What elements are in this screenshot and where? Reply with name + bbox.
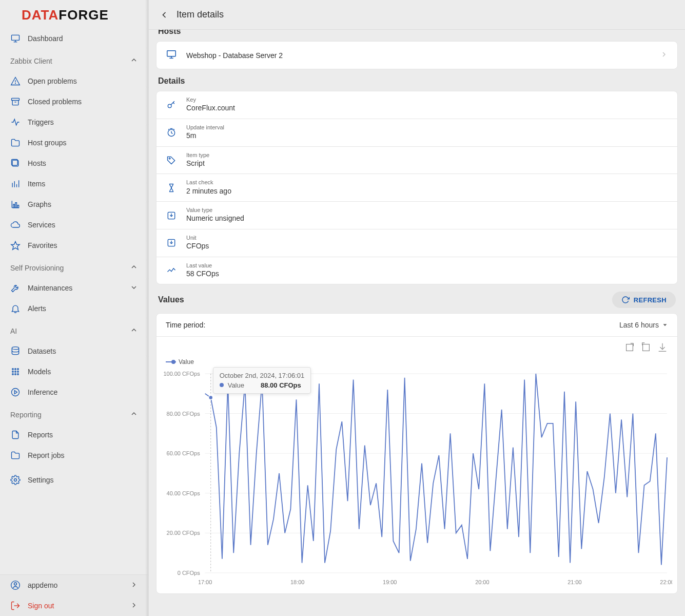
boxdown-icon [166,210,177,221]
sparkline-icon [166,265,177,276]
svg-rect-15 [13,204,14,208]
chart-toolbar [162,340,672,355]
bell-icon [10,303,21,314]
detail-label: Update interval [186,124,224,131]
detail-row-last-check: Last check2 minutes ago [156,174,677,202]
detail-value: CoreFlux.count [186,103,235,113]
detail-row-value-type: Value typeNumeric unsigned [156,202,677,229]
svg-text:60.00 CFOps: 60.00 CFOps [167,451,201,457]
sidebar-item-report-jobs[interactable]: Report jobs [0,445,148,466]
play-icon [10,387,21,397]
content[interactable]: Hosts Webshop - Database Server 2 Detail… [149,30,685,616]
sidebar-item-closed-problems[interactable]: Closed problems [0,91,148,112]
download-icon[interactable] [657,342,668,353]
sidebar-item-label: Favorites [28,241,57,249]
detail-label: Item type [186,152,209,159]
svg-text:21:00: 21:00 [567,579,581,585]
chart-area: Value 0 CFOps20.00 CFOps40.00 CFOps60.00… [156,337,677,593]
chevron-right-icon [130,581,138,590]
svg-point-21 [15,369,16,370]
svg-text:0 CFOps: 0 CFOps [178,570,200,576]
sidebar-item-settings[interactable]: Settings [0,470,148,490]
sidebar-item-label: Reports [28,431,53,439]
sidebar-item-datasets[interactable]: Datasets [0,341,148,361]
sidebar-item-hosts[interactable]: Hosts [0,153,148,174]
sidebar-item-label: Report jobs [28,451,65,459]
bars-icon [10,179,21,189]
chevron-up-icon [130,410,138,419]
refresh-label: REFRESH [634,296,667,304]
alert-icon [10,76,21,86]
svg-text:80.00 CFOps: 80.00 CFOps [167,411,201,417]
svg-rect-16 [15,203,17,208]
sidebar-group-label: Self Provisioning [10,264,64,272]
svg-text:100.00 CFOps: 100.00 CFOps [163,371,200,377]
svg-text:22:00: 22:00 [660,579,672,585]
app-logo: DATAFORGE [0,0,148,28]
detail-label: Last value [186,262,219,269]
sidebar-item-open-problems[interactable]: Open problems [0,71,148,91]
clock-icon [166,127,177,138]
svg-point-22 [17,369,19,370]
sidebar-item-label: Dashboard [28,34,63,43]
sidebar-item-graphs[interactable]: Graphs [0,194,148,215]
sidebar-item-models[interactable]: Models [0,361,148,382]
sidebar-item-triggers[interactable]: Triggers [0,112,148,132]
svg-text:18:00: 18:00 [290,579,304,585]
sidebar-item-host-groups[interactable]: Host groups [0,132,148,153]
back-button[interactable] [157,8,171,22]
sidebar-item-alerts[interactable]: Alerts [0,298,148,319]
sidebar-item-items[interactable]: Items [0,174,148,194]
chevron-right-icon [660,50,668,60]
chart-legend: Value [162,355,672,369]
refresh-button[interactable]: REFRESH [612,292,676,308]
sidebar: DATAFORGE Dashboard Zabbix ClientOpen pr… [0,0,149,616]
detail-label: Value type [186,207,244,214]
user-icon [10,580,21,590]
sidebar-item-signout[interactable]: Sign out [0,595,148,616]
archive-icon [10,97,21,107]
sidebar-item-reports[interactable]: Reports [0,425,148,445]
key-icon [166,100,177,110]
svg-rect-17 [17,205,18,208]
sidebar-group-self-provisioning[interactable]: Self Provisioning [0,256,148,278]
sidebar-item-favorites[interactable]: Favorites [0,235,148,256]
period-select[interactable]: Last 6 hours [619,321,668,329]
signout-icon [10,601,21,611]
svg-point-42 [169,158,170,159]
detail-value: Script [186,159,209,169]
svg-text:20:00: 20:00 [475,579,489,585]
svg-line-41 [173,129,174,130]
db-icon [10,346,21,356]
sidebar-item-label: Datasets [28,347,56,355]
sidebar-item-label: Closed problems [28,98,82,106]
sidebar-group-zabbix-client[interactable]: Zabbix Client [0,49,148,71]
svg-point-27 [15,374,16,375]
line-chart[interactable]: 0 CFOps20.00 CFOps40.00 CFOps60.00 CFOps… [162,369,672,588]
detail-row-unit: UnitCFOps [156,229,677,257]
zoom-reset-icon[interactable] [640,342,652,353]
logo-part1: DATA [22,7,58,23]
sidebar-group-ai[interactable]: AI [0,319,148,341]
svg-rect-51 [643,344,650,351]
sidebar-signout-label: Sign out [28,602,54,610]
detail-value: 2 minutes ago [186,186,231,197]
tag-icon [166,155,177,165]
host-row[interactable]: Webshop - Database Server 2 [156,42,677,69]
detail-label: Key [186,97,235,103]
sidebar-item-services[interactable]: Services [0,215,148,235]
sidebar-item-maintenances[interactable]: Maintenances [0,278,148,298]
sidebar-group-reporting[interactable]: Reporting [0,402,148,425]
sidebar-item-dashboard[interactable]: Dashboard [0,28,148,49]
legend-dot [171,360,175,364]
sidebar-item-label: Maintenances [28,284,72,292]
sidebar-item-label: Open problems [28,77,77,85]
svg-point-28 [17,374,19,375]
zoom-select-icon[interactable] [624,342,635,353]
sidebar-item-user[interactable]: appdemo [0,575,148,595]
svg-point-38 [168,105,171,108]
sidebar-item-label: Settings [28,476,54,484]
svg-point-25 [17,371,19,373]
sidebar-item-label: Triggers [28,118,54,126]
sidebar-item-inference[interactable]: Inference [0,382,148,402]
